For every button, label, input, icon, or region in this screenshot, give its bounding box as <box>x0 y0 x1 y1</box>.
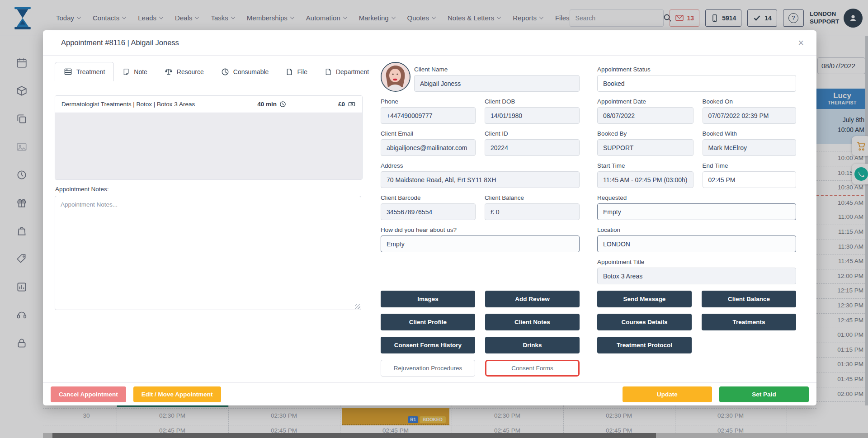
treatment-list-icon <box>64 68 72 75</box>
pie-chart-icon <box>221 68 229 76</box>
appointment-modal: Appointment #8116 | Abigail Joness × Tre… <box>43 30 816 405</box>
treatment-row[interactable]: Dermatologist Treatments | Botox | Botox… <box>55 96 362 113</box>
tab-department[interactable]: Department <box>316 62 377 81</box>
detail-tabs: Treatment Note Resource Consumable File … <box>55 62 377 81</box>
notes-label: Appointment Notes: <box>55 186 109 193</box>
add-review-button[interactable]: Add Review <box>485 291 580 307</box>
email-field: abigailjones@mailinator.com <box>381 139 476 156</box>
barcode-field: 3455678976554 <box>381 203 476 220</box>
appointment-date-label: Appointment Date <box>597 98 693 105</box>
images-button[interactable]: Images <box>381 291 475 307</box>
start-time-label: Start Time <box>597 162 693 169</box>
appointment-title-field: Botox 3 Areas <box>597 268 796 284</box>
location-label: Location <box>597 226 796 233</box>
booked-on-label: Booked On <box>703 98 796 105</box>
end-time-label: End Time <box>703 162 796 169</box>
tab-consumable[interactable]: Consumable <box>212 62 278 81</box>
appointment-date-field: 08/07/2022 <box>597 107 693 124</box>
tab-file[interactable]: File <box>277 62 316 81</box>
booked-by-field: SUPPORT <box>597 139 693 156</box>
client-id-label: Client ID <box>485 130 580 137</box>
hear-about-label: How did you hear about us? <box>381 226 580 233</box>
consent-forms-history-button[interactable]: Consent Forms History <box>381 337 475 353</box>
drinks-button[interactable]: Drinks <box>485 337 580 353</box>
treatments-button[interactable]: Treatments <box>702 314 796 330</box>
note-icon <box>123 68 130 76</box>
appointment-status-select[interactable]: Booked <box>597 75 796 92</box>
edit-move-appointment-button[interactable]: Edit / Move Appointment <box>133 386 221 402</box>
courses-details-button[interactable]: Courses Details <box>597 314 692 330</box>
phone-field: +447490009777 <box>381 107 476 124</box>
tab-resource[interactable]: Resource <box>156 62 212 81</box>
requested-select[interactable]: Empty <box>597 203 796 220</box>
treatment-list: Dermatologist Treatments | Botox | Botox… <box>55 95 363 180</box>
location-select[interactable]: LONDON <box>597 235 796 252</box>
dob-field: 14/01/1980 <box>485 107 580 124</box>
booked-with-field: Mark McElroy <box>703 139 796 156</box>
client-balance-button[interactable]: Client Balance <box>702 291 796 307</box>
booked-by-label: Booked By <box>597 130 693 137</box>
appointment-notes-input[interactable] <box>55 196 361 310</box>
treatment-price: £0 <box>338 101 345 108</box>
file-icon <box>286 68 293 76</box>
email-label: Client Email <box>381 130 476 137</box>
client-photo[interactable] <box>381 62 410 92</box>
treatment-protocol-button[interactable]: Treatment Protocol <box>597 337 692 353</box>
appointment-status-label: Appointment Status <box>597 66 796 73</box>
clock-icon <box>279 101 286 108</box>
requested-label: Requested <box>597 194 796 201</box>
modal-header: Appointment #8116 | Abigail Joness × <box>43 30 816 56</box>
update-button[interactable]: Update <box>623 386 712 402</box>
address-label: Address <box>381 162 580 169</box>
modal-footer: Cancel Appointment Edit / Move Appointme… <box>43 382 816 405</box>
end-time-select[interactable]: 02:45 PM <box>703 171 796 188</box>
client-profile-button[interactable]: Client Profile <box>381 314 475 330</box>
client-name-field: Abigail Joness <box>414 75 580 92</box>
client-name-label: Client Name <box>414 66 580 73</box>
send-message-button[interactable]: Send Message <box>597 291 692 307</box>
resize-handle[interactable] <box>355 304 360 309</box>
tab-note[interactable]: Note <box>114 62 156 81</box>
booked-on-field: 07/07/2022 02:39 PM <box>703 107 796 124</box>
consent-forms-button[interactable]: Consent Forms <box>485 360 580 377</box>
scale-icon <box>165 68 173 76</box>
balance-field: £ 0 <box>485 203 580 220</box>
client-notes-button[interactable]: Client Notes <box>485 314 580 330</box>
treatment-name: Dermatologist Treatments | Botox | Botox… <box>61 101 257 108</box>
balance-label: Client Balance <box>485 194 580 201</box>
dob-label: Client DOB <box>485 98 580 105</box>
modal-title: Appointment #8116 | Abigail Joness <box>61 38 179 47</box>
rejuvenation-procedures-button[interactable]: Rejuvenation Procedures <box>381 360 475 377</box>
phone-label: Phone <box>381 98 476 105</box>
tab-treatment[interactable]: Treatment <box>55 62 114 81</box>
booked-with-label: Booked With <box>703 130 796 137</box>
set-paid-button[interactable]: Set Paid <box>719 386 809 402</box>
hear-about-select[interactable]: Empty <box>381 235 580 252</box>
document-icon <box>325 68 332 76</box>
banknote-icon <box>348 101 356 108</box>
treatment-list-body <box>55 113 362 180</box>
treatment-duration: 40 min <box>257 101 277 108</box>
barcode-label: Client Barcode <box>381 194 476 201</box>
cancel-appointment-button[interactable]: Cancel Appointment <box>51 386 126 402</box>
start-time-field: 11:45 AM - 02:45 PM (03:00h) <box>597 171 693 188</box>
client-id-field: 20224 <box>485 139 580 156</box>
address-field: 70 Maidstone Road, Abl, Ert SY11 8XH <box>381 171 580 188</box>
appointment-title-label: Appointment Title <box>597 259 796 265</box>
close-icon[interactable]: × <box>798 38 804 48</box>
